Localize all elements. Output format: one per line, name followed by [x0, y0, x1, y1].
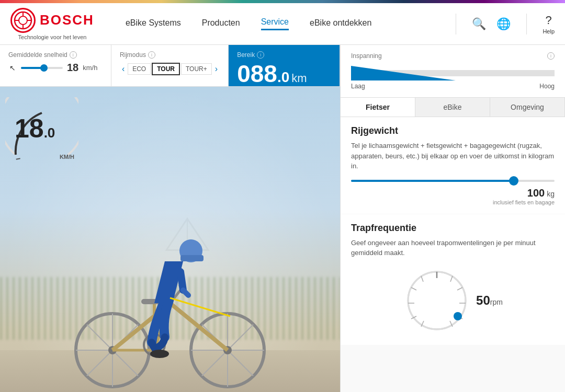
- tab-fietser[interactable]: Fietser: [341, 98, 415, 117]
- snelheid-label: Gemiddelde snelheid i: [8, 51, 103, 59]
- weight-value: 100: [527, 187, 545, 199]
- bereik-label: Bereik i: [237, 51, 331, 59]
- bike-image-area: 18 .0 KM/H: [0, 87, 340, 392]
- trapfrequentie-desc: Geef ongeveer aan hoeveel trapomwentelin…: [351, 238, 555, 258]
- controls-bar: Gemiddelde snelheid i ↖ 18 km/h Rijmodus: [0, 45, 340, 87]
- bereik-value-row: 088.0 km: [237, 61, 331, 86]
- main-content: Gemiddelde snelheid i ↖ 18 km/h Rijmodus: [0, 45, 565, 392]
- logo-tagline: Technologie voor het leven: [18, 34, 87, 40]
- inspanning-track-container: [351, 66, 555, 80]
- bereik-section: Bereik i 088.0 km: [229, 45, 340, 86]
- trapfrequentie-title: Trapfrequentie: [351, 223, 555, 234]
- search-button[interactable]: 🔍: [472, 17, 486, 31]
- nav-ebike-ontdekken[interactable]: eBike ontdekken: [310, 18, 371, 30]
- rpm-readout: 50 rpm: [476, 293, 503, 308]
- cyclist-illustration: [0, 133, 340, 392]
- globe-icon: 🌐: [496, 17, 511, 31]
- snelheid-info-icon[interactable]: i: [70, 51, 77, 59]
- speed-control: ↖ 18 km/h: [8, 62, 103, 74]
- nav-right: 🔍 🌐 ? Help: [450, 14, 555, 34]
- rpm-value: 50: [476, 293, 490, 308]
- rpm-unit: rpm: [490, 298, 503, 306]
- right-panel: Inspanning i Laag Hoog Fietser eBike Omg…: [340, 45, 565, 392]
- weight-value-row: 100 kg: [351, 187, 555, 199]
- svg-line-40: [183, 290, 188, 295]
- trapfrequentie-section: Trapfrequentie Geef ongeveer aan hoeveel…: [341, 214, 565, 345]
- snelheid-section: Gemiddelde snelheid i ↖ 18 km/h: [0, 45, 111, 86]
- cyclist-svg: [50, 199, 290, 392]
- svg-line-42: [170, 298, 230, 316]
- svg-rect-38: [180, 255, 204, 261]
- mode-tour-plus[interactable]: TOUR+: [181, 63, 212, 75]
- help-icon: ?: [546, 14, 552, 27]
- main-nav: eBike Systems Producten Service eBike on…: [126, 17, 450, 30]
- svg-point-1: [19, 16, 27, 25]
- bereik-unit: km: [291, 72, 307, 85]
- speed-slider-thumb[interactable]: [40, 64, 48, 72]
- svg-line-50: [450, 276, 453, 282]
- nav-service[interactable]: Service: [261, 17, 289, 30]
- rijgewicht-section: Rijgewicht Tel je lichaamsgewicht + fiet…: [341, 117, 565, 214]
- mode-selector: ‹ ECO TOUR TOUR+ ›: [120, 63, 220, 75]
- nav-ebike-systems[interactable]: eBike Systems: [126, 18, 181, 30]
- inspanning-info-icon[interactable]: i: [547, 52, 555, 60]
- inspanning-labels: Laag Hoog: [351, 83, 555, 90]
- help-button[interactable]: ? Help: [543, 14, 555, 34]
- rijmodus-label: Rijmodus i: [120, 51, 220, 59]
- speed-value: 18: [67, 62, 78, 74]
- search-icon: 🔍: [472, 17, 486, 31]
- weight-note: inclusief fiets en bagage: [351, 199, 555, 205]
- inspanning-label-row: Inspanning i: [351, 52, 555, 60]
- bereik-info-icon[interactable]: i: [257, 51, 264, 59]
- rpm-dial-container: 50 rpm: [351, 267, 555, 335]
- speed-slider[interactable]: [21, 67, 63, 69]
- rpm-dial-svg[interactable]: [403, 267, 471, 335]
- tab-ebike[interactable]: eBike: [415, 98, 490, 117]
- mode-arrow-right[interactable]: ›: [213, 64, 220, 74]
- weight-track-fill: [351, 180, 514, 182]
- svg-point-55: [454, 312, 462, 320]
- globe-button[interactable]: 🌐: [496, 17, 511, 31]
- svg-line-29: [170, 303, 228, 350]
- tab-omgeving[interactable]: Omgeving: [490, 98, 565, 117]
- mode-arrow-left[interactable]: ‹: [120, 64, 127, 74]
- weight-slider-container: [351, 180, 555, 182]
- svg-point-41: [150, 350, 169, 358]
- weight-track[interactable]: [351, 180, 555, 182]
- help-label: Help: [543, 28, 555, 34]
- svg-line-51: [457, 287, 462, 290]
- mode-tour[interactable]: TOUR: [152, 63, 180, 75]
- inspanning-label: Inspanning: [351, 52, 382, 60]
- tab-buttons: Fietser eBike Omgeving: [341, 98, 565, 117]
- bosch-logo-circle: [10, 8, 36, 33]
- weight-unit: kg: [547, 190, 555, 198]
- svg-line-39: [180, 272, 183, 290]
- rijmodus-section: Rijmodus i ‹ ECO TOUR TOUR+ ›: [111, 45, 229, 86]
- inspanning-low: Laag: [351, 83, 365, 90]
- cursor-icon: ↖: [9, 64, 16, 72]
- inspanning-high: Hoog: [539, 83, 555, 90]
- bosch-logo-text: BOSCH: [40, 12, 94, 28]
- bereik-value: 088.0: [237, 62, 289, 86]
- nav-divider: [456, 14, 456, 34]
- rijgewicht-title: Rijgewicht: [351, 125, 555, 136]
- nav-divider-2: [526, 14, 527, 34]
- inspanning-section: Inspanning i Laag Hoog: [341, 45, 565, 98]
- weight-thumb[interactable]: [509, 176, 518, 186]
- svg-line-46: [411, 287, 416, 290]
- rijgewicht-desc: Tel je lichaamsgewicht + fietsgewicht + …: [351, 141, 555, 171]
- inspanning-triangle[interactable]: [351, 66, 456, 80]
- header: BOSCH Technologie voor het leven eBike S…: [0, 3, 565, 45]
- left-panel: Gemiddelde snelheid i ↖ 18 km/h Rijmodus: [0, 45, 340, 392]
- mode-eco[interactable]: ECO: [128, 63, 151, 75]
- rijmodus-info-icon[interactable]: i: [148, 51, 155, 59]
- logo-area: BOSCH Technologie voor het leven: [10, 8, 94, 40]
- inspanning-slider-area: Laag Hoog: [351, 66, 555, 90]
- nav-producten[interactable]: Producten: [202, 18, 240, 30]
- svg-line-45: [421, 276, 423, 282]
- speed-unit: km/h: [83, 64, 97, 72]
